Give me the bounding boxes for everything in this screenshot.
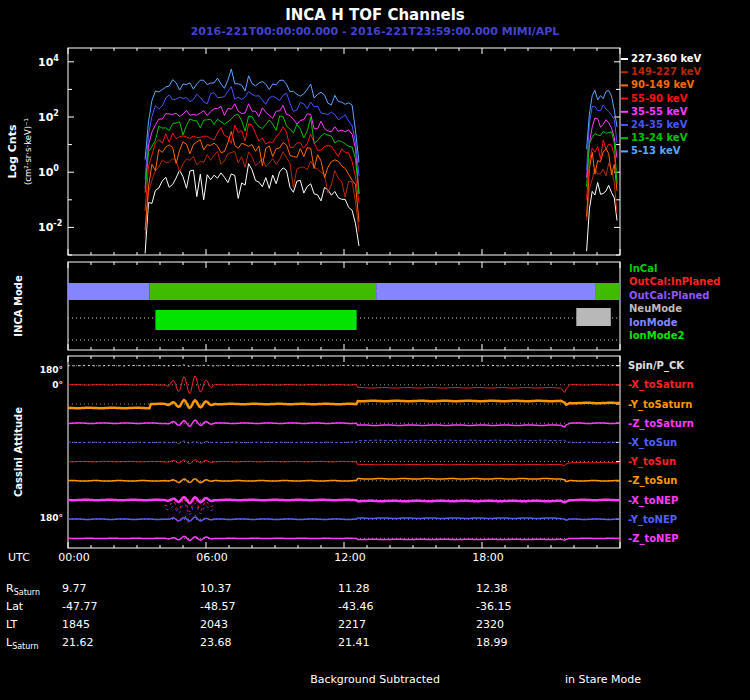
- x-tick-label: 18:00: [472, 551, 504, 564]
- attitude-series-label: -Z_toSaturn: [628, 418, 694, 430]
- series-55-90keV: [145, 124, 617, 211]
- attitude-y-tick-label: 180°: [40, 513, 63, 523]
- utc-axis-label: UTC: [8, 551, 30, 564]
- attitude-y-tick-label: 180°: [40, 365, 63, 375]
- ephemeris-row-label: Lat: [6, 600, 24, 613]
- y-tick-label: 100: [38, 164, 59, 179]
- tof-ylabel-units: (cm²·sr·s·keV)⁻¹: [23, 118, 33, 185]
- attitude-series-SpinPCK: [68, 365, 620, 366]
- attitude-series-YtoSun: [68, 460, 620, 466]
- ephemeris-value: 2043: [200, 618, 228, 631]
- ephemeris-value: 12.38: [476, 582, 508, 595]
- attitude-series-label: -Y_toNEP: [628, 514, 677, 526]
- inca-tof-page: INCA H TOF Channels 2016-221T00:00:00.00…: [0, 0, 750, 700]
- legend-entry: 5-13 keV: [631, 145, 681, 156]
- mode-ylabel: INCA Mode: [13, 275, 24, 337]
- attitude-series-ZtoSun: [68, 479, 620, 483]
- legend-entry: 35-55 keV: [631, 106, 688, 117]
- ephemeris-value: -36.15: [476, 600, 511, 613]
- attitude-series-label: Spin/P_CK: [628, 360, 685, 372]
- mode-segment-IonMode2: [155, 310, 356, 330]
- ephemeris-value: 9.77: [62, 582, 87, 595]
- ephemeris-row-label: LSaturn: [6, 636, 39, 651]
- attitude-series-label: -Z_toSun: [628, 475, 678, 487]
- series-5-13keV: [145, 69, 617, 162]
- attitude-series-YtoSaturn: [68, 400, 620, 408]
- mode-legend-entry: OutCal:Planed: [629, 290, 709, 301]
- mode-legend-entry: IonMode: [629, 317, 678, 328]
- ephemeris-row-label: LT: [6, 618, 18, 631]
- series-35-55keV: [145, 104, 617, 194]
- ephemeris-row-label: RSaturn: [6, 582, 40, 597]
- legend-entry: 227-360 keV: [631, 53, 702, 64]
- attitude-series-ZtoNEP: [68, 536, 620, 540]
- mode-legend-entry: IonMode2: [629, 330, 684, 341]
- ephemeris-value: 10.37: [200, 582, 232, 595]
- series-90-149keV: [145, 132, 617, 231]
- attitude-ghost-trace: [165, 499, 216, 512]
- attitude-series-XtoSaturn: [68, 376, 620, 394]
- mode-segment-InCal: [596, 283, 620, 300]
- attitude-series-label: -X_toNEP: [628, 495, 678, 507]
- attitude-series-XtoNEP: [68, 497, 620, 503]
- ephemeris-value: 23.68: [200, 636, 232, 649]
- legend-entry: 55-90 keV: [631, 93, 688, 104]
- ephemeris-value: 2217: [338, 618, 366, 631]
- plot-svg: 10-2100102104Log Cnts(cm²·sr·s·keV)⁻¹INC…: [0, 0, 750, 700]
- legend-entry: 24-35 keV: [631, 119, 688, 130]
- ephemeris-value: 21.41: [338, 636, 370, 649]
- mode-segment-InCal: [150, 283, 377, 300]
- ephemeris-value: -47.77: [62, 600, 97, 613]
- attitude-series-ZtoSaturn: [68, 420, 620, 427]
- mode-panel-frame: [68, 262, 620, 350]
- attitude-series-label: -Z_toNEP: [628, 533, 679, 545]
- series-13-24keV: [145, 114, 617, 194]
- series-149-227keV: [145, 151, 617, 238]
- ephemeris-value: 2320: [476, 618, 504, 631]
- ephemeris-value: 11.28: [338, 582, 370, 595]
- attitude-series-label: -Y_toSun: [628, 456, 676, 468]
- series-227-360keV: [145, 164, 617, 254]
- attitude-series-label: -X_toSaturn: [628, 379, 694, 391]
- legend-entry: 149-227 keV: [631, 66, 702, 77]
- attitude-y-tick-label: 0°: [52, 380, 63, 390]
- attitude-ylabel: Cassini Attitude: [13, 407, 24, 497]
- ephemeris-value: 21.62: [62, 636, 94, 649]
- mode-segment-NeuMode: [576, 308, 611, 326]
- y-tick-label: 102: [38, 109, 59, 124]
- ephemeris-value: -43.46: [338, 600, 373, 613]
- stare-mode-note: in Stare Mode: [565, 673, 641, 686]
- legend-entry: 13-24 keV: [631, 132, 688, 143]
- attitude-ghost-trace: [166, 504, 215, 515]
- x-tick-label: 12:00: [334, 551, 366, 564]
- y-tick-label: 104: [38, 54, 59, 69]
- ephemeris-value: -48.57: [200, 600, 235, 613]
- mode-legend-entry: NeuMode: [629, 303, 682, 314]
- y-tick-label: 10-2: [38, 219, 62, 234]
- ephemeris-value: 1845: [62, 618, 90, 631]
- mode-legend-entry: OutCal:InPlaned: [629, 276, 720, 287]
- x-tick-label: 00:00: [58, 551, 90, 564]
- x-tick-label: 06:00: [196, 551, 228, 564]
- tof-ylabel: Log Cnts: [6, 124, 19, 178]
- attitude-series-label: -X_toSun: [628, 437, 677, 449]
- attitude-series-label: -Y_toSaturn: [628, 399, 692, 411]
- series-24-35keV: [145, 87, 617, 180]
- legend-entry: 90-149 keV: [631, 79, 695, 90]
- mode-segment-IonMode: [68, 283, 150, 300]
- mode-legend-entry: InCal: [629, 263, 657, 274]
- ephemeris-value: 18.99: [476, 636, 508, 649]
- mode-segment-IonMode: [376, 283, 596, 300]
- attitude-series-YtoNEP: [68, 517, 620, 521]
